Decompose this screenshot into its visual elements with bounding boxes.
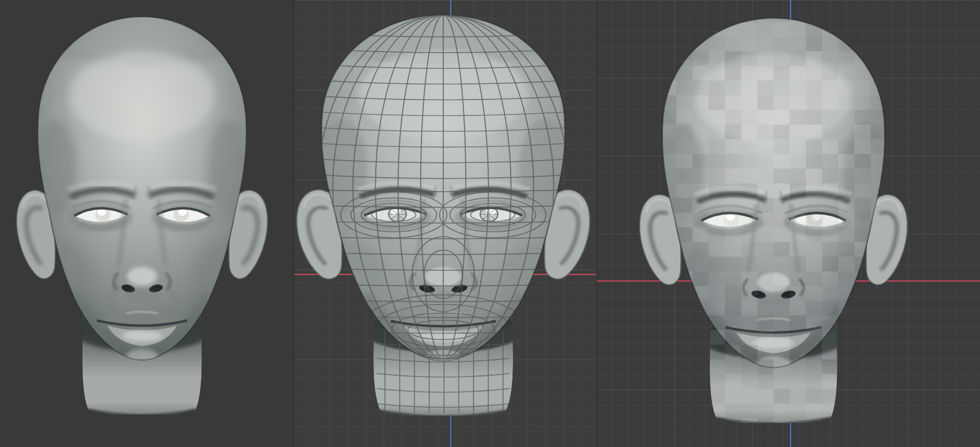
viewport-strip <box>0 0 980 447</box>
viewport-divider-1 <box>294 0 294 447</box>
head-model-sculpt[interactable] <box>0 6 291 415</box>
viewport-retopo[interactable] <box>294 0 596 447</box>
head-model-retopo-wireframe[interactable] <box>294 4 596 416</box>
viewport-divider-2 <box>596 0 597 447</box>
viewport-shaded[interactable] <box>596 0 980 447</box>
viewport-sculpt[interactable] <box>0 0 294 447</box>
head-model-faceted[interactable] <box>615 7 932 423</box>
